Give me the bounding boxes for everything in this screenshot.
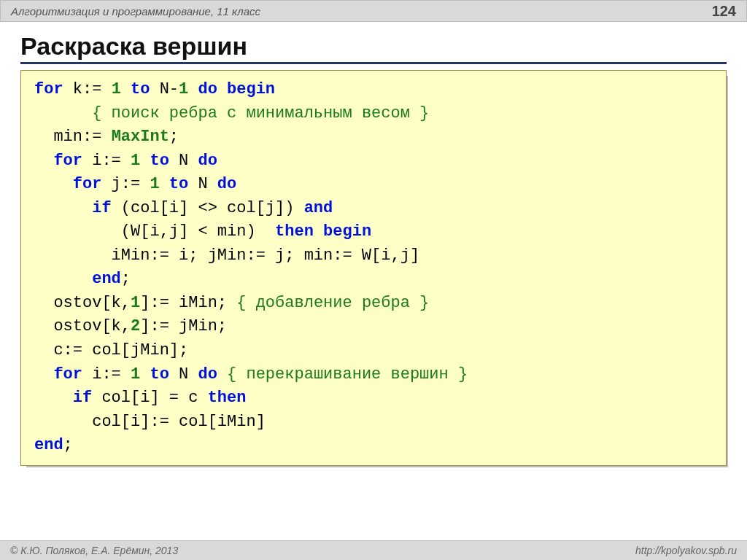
slide-header: Алгоритмизация и программирование, 11 кл… <box>0 0 747 22</box>
code-block: for k:= 1 to N-1 do begin { поиск ребра … <box>20 70 727 466</box>
comment: { поиск ребра с минимальным весом } <box>92 104 429 122</box>
comment: { добавление ребра } <box>236 294 429 312</box>
comment: { перекрашивание вершин } <box>227 365 468 384</box>
breadcrumb: Алгоритмизация и программирование, 11 кл… <box>11 5 260 18</box>
kw-for: for <box>34 80 63 98</box>
slide-footer: © К.Ю. Поляков, Е.А. Ерёмин, 2013 http:/… <box>0 540 747 560</box>
page-title: Раскраска вершин <box>20 32 727 64</box>
code-block-wrap: for k:= 1 to N-1 do begin { поиск ребра … <box>20 70 727 466</box>
footer-url: http://kpolyakov.spb.ru <box>635 545 737 556</box>
page-number: 124 <box>712 3 736 20</box>
copyright-text: © К.Ю. Поляков, Е.А. Ерёмин, 2013 <box>10 545 178 556</box>
